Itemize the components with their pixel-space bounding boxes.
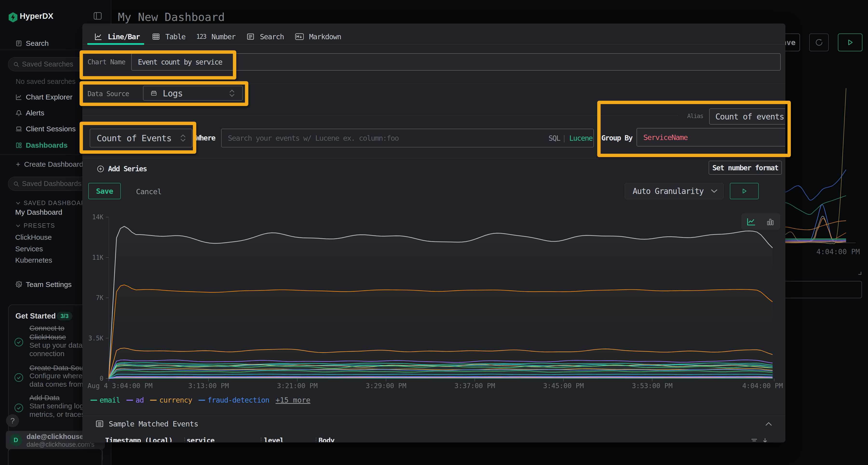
add-series-button[interactable]: Add Series	[97, 165, 147, 173]
sidebar-collapse-icon[interactable]	[94, 12, 102, 20]
tab-number[interactable]: 123Number	[196, 33, 235, 41]
team-settings-label: Team Settings	[26, 280, 72, 289]
get-started-progress-badge: 3/3	[57, 312, 72, 321]
alias-label: Alias	[687, 112, 703, 120]
set-number-format-label: Set number format	[712, 164, 778, 172]
legend-item-email[interactable]: email	[90, 396, 120, 404]
get-started-title: Get Started	[16, 312, 56, 321]
journal-icon	[15, 40, 23, 47]
lucene-toggle[interactable]: Lucene	[569, 134, 592, 142]
plus-icon	[14, 161, 22, 168]
run-query-button[interactable]	[730, 183, 759, 199]
collapse-chevron-up-icon[interactable]	[765, 421, 772, 426]
tab-label: Markdown	[309, 33, 341, 41]
chevron-down-icon	[16, 224, 20, 227]
series-divider	[83, 115, 678, 115]
legend-label: fraud-detection	[208, 396, 269, 404]
123-icon: 123	[196, 33, 206, 40]
data-source-select[interactable]: Logs	[143, 86, 243, 101]
where-label: Where	[196, 134, 215, 142]
sidebar-item-label: Client Sessions	[26, 125, 76, 133]
legend-item-currency[interactable]: currency	[150, 396, 192, 404]
svg-text:14K: 14K	[92, 213, 103, 221]
get-started-item-desc: connection	[29, 350, 64, 358]
get-started-item-title: Add Data	[29, 393, 60, 402]
row-divider	[83, 158, 785, 159]
app-canvas: My New Dashboard Save 4:04:00 PM HyperDX	[0, 0, 868, 465]
sidebar-section-presets[interactable]: PRESETS	[16, 222, 55, 229]
legend-item-fraud-detection[interactable]: fraud-detection	[198, 396, 269, 404]
refresh-icon	[814, 37, 824, 47]
legend-more-link[interactable]: +15 more	[276, 396, 311, 404]
aggregation-select[interactable]: Count of Events	[90, 129, 192, 147]
live-play-button[interactable]	[838, 33, 863, 51]
svg-text:3:53:00 PM: 3:53:00 PM	[632, 382, 673, 390]
get-started-item-desc: Start sending logs,	[29, 402, 89, 410]
tile-resize-handle-icon[interactable]	[858, 271, 862, 276]
granularity-select[interactable]: Auto Granularity	[625, 183, 723, 199]
svg-text:3.5K: 3.5K	[88, 335, 103, 342]
add-series-label: Add Series	[108, 165, 147, 173]
tab-markdown[interactable]: Markdown	[295, 33, 341, 41]
section-label: PRESETS	[24, 222, 55, 229]
set-number-format-button[interactable]: Set number format	[709, 161, 782, 175]
alias-value: Count of events	[715, 112, 784, 122]
where-placeholder: Search your events w/ Lucene ex. column:…	[228, 134, 399, 142]
table-header-body[interactable]: Body	[318, 436, 334, 442]
gear-icon	[15, 281, 23, 288]
table-icon	[152, 33, 160, 41]
sidebar-link-kubernetes[interactable]: Kubernetes	[15, 256, 52, 264]
saved-searches-placeholder: Saved Searches	[22, 60, 73, 68]
table-header-level[interactable]: level	[264, 436, 284, 442]
chart-name-input[interactable]: Event count by service	[131, 53, 781, 71]
table-download-icon[interactable]	[761, 437, 769, 442]
row-divider	[83, 84, 785, 84]
aggregation-value: Count of Events	[97, 133, 172, 143]
play-icon	[741, 188, 747, 194]
group-by-label: Group By	[601, 134, 632, 142]
line-chart-icon	[94, 33, 102, 41]
get-started-item-desc: data comes from	[29, 380, 83, 388]
laptop-icon	[15, 125, 23, 133]
group-by-value: ServiceName	[643, 133, 687, 142]
svg-text:3:13:00 PM: 3:13:00 PM	[188, 382, 229, 390]
search-icon	[13, 181, 20, 187]
sidebar-link-my-dashboard[interactable]: My Dashboard	[15, 208, 62, 217]
user-avatar: D	[10, 434, 22, 446]
refresh-button[interactable]	[809, 33, 829, 51]
sidebar-bottom-panel	[8, 449, 102, 465]
check-circle-icon	[14, 403, 24, 413]
sql-lucene-separator: |	[562, 134, 566, 142]
legend-dash-icon	[90, 400, 97, 401]
list-icon	[246, 33, 255, 41]
legend-item-ad[interactable]: ad	[126, 396, 144, 404]
save-button[interactable]: Save	[88, 183, 121, 199]
where-search-input[interactable]: Search your events w/ Lucene ex. column:…	[221, 129, 594, 147]
sidebar-item-label: Search	[26, 39, 49, 47]
help-button[interactable]: ?	[6, 414, 19, 427]
sidebar-link-services[interactable]: Services	[15, 245, 43, 253]
cancel-button[interactable]: Cancel	[136, 187, 161, 196]
chevron-down-icon	[16, 202, 20, 204]
legend-label: email	[100, 396, 120, 404]
background-chart-time-label: 4:04:00 PM	[812, 247, 865, 256]
hyperdx-logo-icon[interactable]	[8, 12, 18, 23]
table-filter-icon[interactable]	[750, 437, 758, 442]
sample-events-header[interactable]: Sample Matched Events	[95, 420, 198, 428]
tab-table[interactable]: Table	[152, 33, 185, 41]
column-separator-icon[interactable]: ⋮	[182, 436, 188, 442]
svg-text:11K: 11K	[92, 254, 103, 261]
group-by-input[interactable]: ServiceName	[637, 128, 785, 146]
tab-search[interactable]: Search	[246, 33, 284, 41]
column-separator-icon[interactable]: ⋮	[313, 436, 319, 442]
legend-label: currency	[159, 396, 192, 404]
alias-input[interactable]: Count of events	[709, 108, 785, 125]
table-header-service[interactable]: service	[187, 436, 214, 442]
brand-name[interactable]: HyperDX	[20, 11, 53, 21]
event-count-line-chart[interactable]: 03.5K7K11K14KAug 4 3:04:00 PM3:13:00 PM3…	[85, 212, 784, 395]
tab-line-bar[interactable]: Line/Bar	[94, 33, 140, 41]
sql-toggle[interactable]: SQL	[549, 134, 560, 142]
table-header-timestamp-local-[interactable]: Timestamp (Local)	[105, 436, 173, 442]
sidebar-link-clickhouse[interactable]: ClickHouse	[15, 233, 52, 241]
column-separator-icon[interactable]: ⋮	[258, 436, 264, 442]
